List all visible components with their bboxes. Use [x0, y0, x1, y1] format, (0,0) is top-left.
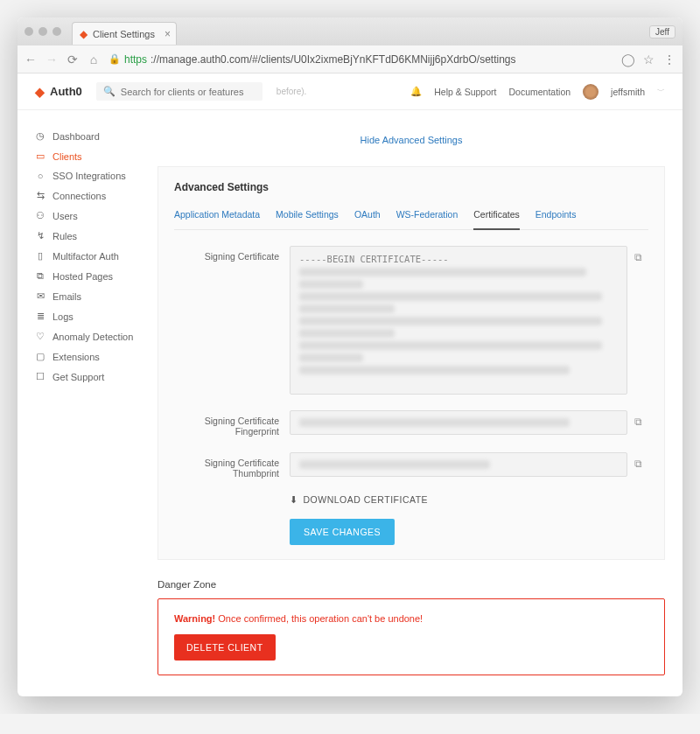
search-icon: 🔍 [103, 86, 116, 97]
chrome-profile-button[interactable]: Jeff [649, 25, 676, 38]
copy-fingerprint-icon[interactable]: ⧉ [634, 410, 648, 428]
auth0-logo-text: Auth0 [50, 85, 82, 98]
signing-cert-textarea[interactable]: -----BEGIN CERTIFICATE----- [290, 246, 627, 395]
tab-certificates[interactable]: Certificates [473, 204, 520, 230]
avatar[interactable] [583, 84, 598, 100]
sidebar-item-multifactor-auth[interactable]: ▯Multifactor Auth [35, 246, 158, 266]
sidebar-icon: ≣ [35, 311, 46, 322]
sidebar-item-label: SSO Integrations [52, 171, 126, 181]
tab-close-icon[interactable]: × [164, 28, 171, 40]
sidebar-item-emails[interactable]: ✉Emails [35, 286, 158, 306]
sidebar-item-dashboard[interactable]: ◷Dashboard [35, 126, 158, 146]
signing-cert-label: Signing Certificate [174, 246, 279, 262]
main-content: Hide Advanced Settings Advanced Settings… [158, 110, 682, 696]
auth0-logo-icon: ◆ [35, 85, 45, 99]
app-body: ◷Dashboard▭Clients○SSO Integrations⇆Conn… [18, 110, 682, 696]
address-bar[interactable]: 🔒 https://manage.auth0.com/#/clients/U0I… [108, 53, 612, 66]
sidebar-item-label: Clients [52, 151, 82, 162]
copy-thumbprint-icon[interactable]: ⧉ [634, 452, 648, 470]
sidebar-icon: ⚇ [35, 210, 46, 221]
sidebar-item-label: Hosted Pages [52, 271, 113, 282]
sidebar-item-hosted-pages[interactable]: ⧉Hosted Pages [35, 266, 158, 286]
tab-mobile-settings[interactable]: Mobile Settings [276, 204, 339, 229]
tab-ws-federation[interactable]: WS-Federation [396, 204, 458, 229]
tab-endpoints[interactable]: Endpoints [536, 204, 577, 229]
sidebar-icon: ○ [35, 171, 46, 181]
cert-begin-line: -----BEGIN CERTIFICATE----- [299, 254, 618, 264]
save-changes-button[interactable]: SAVE CHANGES [290, 519, 395, 545]
header-right: 🔔 Help & Support Documentation jeffsmith… [410, 84, 665, 100]
sidebar-item-label: Get Support [52, 372, 104, 382]
auth0-logo[interactable]: ◆ Auth0 [35, 85, 82, 99]
sidebar-item-sso-integrations[interactable]: ○SSO Integrations [35, 166, 158, 185]
sidebar-item-anomaly-detection[interactable]: ♡Anomaly Detection [35, 326, 158, 346]
download-cert-label: DOWNLOAD CERTIFICATE [304, 494, 429, 505]
sidebar-item-label: Logs [52, 311, 74, 322]
browser-tab-title: Client Settings [93, 29, 155, 39]
browser-tab-bar: ◆ Client Settings × Jeff [18, 17, 682, 45]
sidebar-item-connections[interactable]: ⇆Connections [35, 185, 158, 206]
thumbprint-label: Signing Certificate Thumbprint [174, 452, 279, 479]
menu-icon[interactable]: ⋮ [663, 52, 676, 66]
url-path: ://manage.auth0.com/#/clients/U0Ix2ixmeB… [150, 53, 516, 66]
window-controls[interactable] [24, 27, 61, 36]
browser-toolbar: ← → ⟳ ⌂ 🔒 https://manage.auth0.com/#/cli… [18, 45, 682, 73]
info-icon[interactable]: ◯ [621, 52, 634, 66]
thumbprint-input[interactable] [290, 452, 627, 477]
delete-client-button[interactable]: DELETE CLIENT [174, 634, 276, 661]
fingerprint-label: Signing Certificate Fingerprint [174, 410, 279, 437]
forward-icon: → [46, 52, 58, 66]
sidebar-item-label: Users [52, 211, 78, 221]
danger-zone-title: Danger Zone [158, 560, 665, 598]
reload-icon[interactable]: ⟳ [66, 52, 79, 66]
copy-cert-icon[interactable]: ⧉ [634, 246, 648, 263]
sidebar-item-label: Extensions [52, 352, 100, 362]
sidebar: ◷Dashboard▭Clients○SSO Integrations⇆Conn… [18, 110, 158, 696]
sidebar-item-label: Rules [52, 231, 77, 241]
hide-advanced-link[interactable]: Hide Advanced Settings [158, 110, 665, 166]
sidebar-item-get-support[interactable]: ☐Get Support [35, 367, 158, 387]
download-certificate-button[interactable]: ⬇ DOWNLOAD CERTIFICATE [290, 494, 648, 505]
star-icon[interactable]: ☆ [642, 52, 654, 66]
danger-warning-text: Warning! Once confirmed, this operation … [174, 613, 648, 624]
search-input[interactable] [121, 87, 256, 97]
app-root: ◆ Auth0 🔍 before). 🔔 Help & Support Docu… [18, 73, 682, 696]
app-header: ◆ Auth0 🔍 before). 🔔 Help & Support Docu… [18, 73, 682, 110]
browser-tab[interactable]: ◆ Client Settings × [72, 22, 177, 45]
bell-icon[interactable]: 🔔 [410, 86, 422, 97]
sidebar-item-label: Multifactor Auth [52, 251, 119, 262]
home-icon[interactable]: ⌂ [88, 52, 100, 66]
minimize-dot-icon[interactable] [38, 27, 47, 36]
username-label: jeffsmith [611, 87, 645, 97]
chevron-down-icon[interactable]: ﹀ [657, 86, 665, 97]
docs-link[interactable]: Documentation [508, 87, 570, 97]
thumbprint-row: Signing Certificate Thumbprint ⧉ [174, 452, 648, 479]
settings-tabs: Application MetadataMobile SettingsOAuth… [174, 204, 648, 230]
zoom-dot-icon[interactable] [52, 27, 61, 36]
danger-zone-box: Warning! Once confirmed, this operation … [158, 598, 665, 675]
help-link[interactable]: Help & Support [434, 87, 496, 97]
url-scheme: https [124, 53, 147, 66]
fingerprint-row: Signing Certificate Fingerprint ⧉ [174, 410, 648, 437]
sidebar-item-label: Connections [52, 191, 106, 201]
tab-application-metadata[interactable]: Application Metadata [174, 204, 260, 229]
signing-cert-row: Signing Certificate -----BEGIN CERTIFICA… [174, 246, 648, 395]
back-icon[interactable]: ← [24, 52, 37, 66]
sidebar-item-label: Emails [52, 291, 81, 302]
sidebar-item-extensions[interactable]: ▢Extensions [35, 346, 158, 367]
browser-window: ◆ Client Settings × Jeff ← → ⟳ ⌂ 🔒 https… [18, 17, 682, 696]
sidebar-item-users[interactable]: ⚇Users [35, 206, 158, 226]
fingerprint-input[interactable] [290, 410, 627, 435]
sidebar-icon: ▢ [35, 351, 46, 362]
close-dot-icon[interactable] [24, 27, 33, 36]
sidebar-item-rules[interactable]: ↯Rules [35, 226, 158, 246]
card-title: Advanced Settings [174, 181, 648, 204]
sidebar-item-clients[interactable]: ▭Clients [35, 146, 158, 166]
sidebar-icon: ⇆ [35, 190, 46, 201]
sidebar-icon: ◷ [35, 130, 46, 142]
tab-oauth[interactable]: OAuth [354, 204, 381, 229]
sidebar-item-logs[interactable]: ≣Logs [35, 306, 158, 326]
search-field[interactable]: 🔍 [96, 82, 262, 101]
auth0-favicon-icon: ◆ [80, 28, 88, 40]
sidebar-icon: ☐ [35, 371, 46, 382]
